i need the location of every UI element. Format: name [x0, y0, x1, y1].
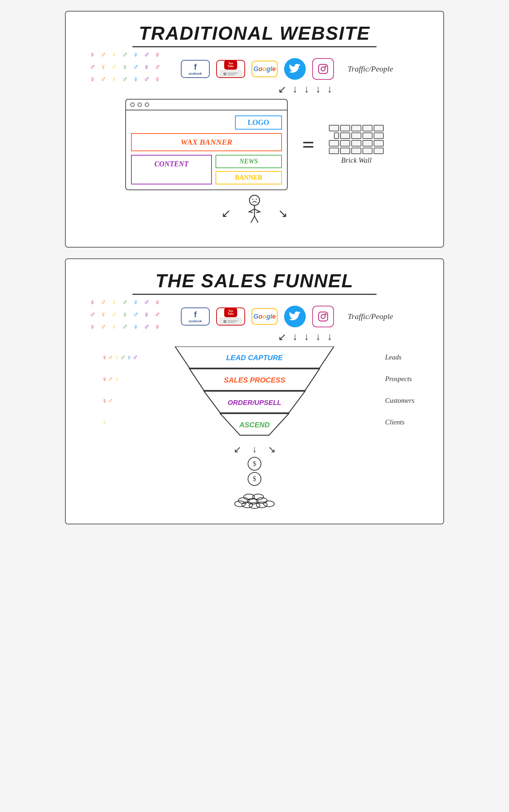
person-icon: ♂	[132, 354, 138, 361]
clients-text: Clients	[385, 418, 405, 426]
youtube-icon-2: YouTube	[216, 307, 245, 326]
brick	[334, 132, 339, 139]
browser-dot	[145, 102, 149, 107]
brick	[362, 140, 373, 147]
person-icon: ♂	[120, 75, 130, 87]
person-icon: ♂	[98, 298, 108, 310]
brick	[340, 125, 350, 131]
clients-label: Clients	[385, 411, 414, 433]
svg-rect-9	[319, 312, 328, 321]
brick	[351, 132, 361, 139]
svg-point-2	[325, 66, 326, 67]
news-box: NEWS	[216, 155, 282, 168]
brick	[329, 125, 339, 131]
person-icon: ♀	[102, 375, 107, 383]
brick	[374, 140, 384, 147]
funnel-right-labels: Leads Prospects Customers Clients	[385, 346, 414, 433]
traffic-row-2: ♀ ♂ ♀ ♂ ♀ ♂ ♀ ♂ ♀ ♂ ♀ ♂ ♀ ♂ ♀ ♂ ♀ ♂ ♀ ♂ …	[80, 306, 429, 327]
person-icon: ♀	[102, 354, 107, 361]
traditional-website-section: TRADITIONAL WEBSITE ♀ ♂ ♀ ♂ ♀ ♂ ♀ ♂ ♀ ♂ …	[65, 11, 444, 248]
svg-point-22	[249, 503, 260, 508]
brick-wall	[329, 125, 384, 154]
social-icons-row-2: f acebook YouTube	[181, 306, 393, 327]
brick	[374, 125, 384, 131]
facebook-icon: f acebook	[181, 60, 210, 78]
svg-point-10	[321, 314, 325, 318]
social-icons-row-1: f acebook YouTube	[181, 58, 393, 80]
funnel-svg: LEAD CAPTURE SALES PROCESS ORDER/UPSELL …	[164, 346, 345, 440]
person-icon: ♀	[152, 51, 162, 62]
brick	[362, 125, 373, 131]
svg-point-20	[235, 501, 245, 507]
brick-wall-label: Brick Wall	[341, 156, 371, 165]
section1-title: TRADITIONAL WEBSITE	[80, 22, 429, 44]
funnel-left-people: ♀ ♂ ♀ ♂ ♀ ♂ ♀ ♂ ♀ ♀ ♂ ♀	[102, 346, 138, 433]
wax-banner-box: WAX BANNER	[131, 133, 282, 151]
svg-rect-0	[319, 65, 328, 74]
person-icon: ♀	[98, 311, 108, 322]
browser-dot	[138, 102, 142, 107]
arrow-down: ↓	[293, 83, 298, 95]
person-icon: ♀	[102, 397, 107, 404]
person-icon: ♀	[152, 323, 162, 335]
brick	[329, 140, 339, 147]
arrow-down-right: ↘	[268, 444, 276, 455]
svg-point-24	[264, 501, 274, 507]
content-box: CONTENT	[131, 155, 212, 184]
person-icon: ♂	[108, 397, 113, 404]
person-icon: ♂	[131, 311, 141, 322]
money-arrows: ↙ ↓ ↘	[234, 444, 276, 455]
arrows-row-1: ↙ ↓ ↓ ↓ ↓	[181, 83, 429, 95]
instagram-icon	[312, 58, 334, 80]
person-icon: ♂	[120, 298, 130, 310]
brick-container: Brick Wall	[329, 125, 384, 165]
arrow-down: ↓	[304, 331, 309, 343]
brick	[351, 140, 361, 147]
banner-box: BANNER	[216, 171, 282, 184]
browser-content: LOGO WAX BANNER CONTENT NEWS BA	[126, 110, 287, 189]
person-icon: ♀	[131, 323, 141, 335]
svg-line-8	[255, 216, 258, 223]
person-icon: ♀	[102, 419, 107, 426]
person-icon: ♀	[131, 75, 141, 87]
svg-text:ASCEND: ASCEND	[239, 421, 270, 429]
person-icon: ♀	[109, 323, 119, 335]
arrow-down: ↓	[316, 83, 321, 95]
person-icon: ♀	[142, 311, 152, 322]
leads-label: Leads	[385, 346, 414, 368]
leads-people: ♀ ♂ ♀ ♂ ♀ ♂	[102, 346, 138, 368]
person-icon: ♂	[120, 323, 130, 335]
person-icon: ♂	[131, 63, 141, 75]
person-icon: ♀	[98, 63, 108, 75]
money-circles: $ $	[248, 457, 261, 486]
sad-person-row: ↙ ↘	[80, 194, 429, 232]
person-icon: ♀	[131, 298, 141, 310]
arrow-down-left: ↙	[234, 444, 242, 455]
banner-label: BANNER	[235, 174, 262, 181]
person-icon: ♀	[114, 375, 119, 383]
person-icon: ♂	[142, 75, 152, 87]
prospects-text: Prospects	[385, 375, 412, 383]
brick	[340, 140, 350, 147]
money-section: ↙ ↓ ↘ $ $	[80, 444, 429, 509]
person-icon: ♂	[108, 375, 113, 383]
brick	[329, 148, 339, 154]
person-icon: ♂	[142, 51, 152, 62]
svg-point-5	[256, 199, 257, 200]
svg-point-11	[325, 314, 326, 315]
people-group-2: ♀ ♂ ♀ ♂ ♀ ♂ ♀ ♂ ♀ ♂ ♀ ♂ ♀ ♂ ♀ ♂ ♀ ♂ ♀ ♂ …	[87, 298, 162, 335]
person-icon: ♀	[87, 51, 97, 62]
brick	[362, 148, 373, 154]
twitter-icon	[284, 58, 306, 80]
person-icon: ♀	[142, 63, 152, 75]
svg-point-4	[252, 199, 253, 200]
person-icon: ♂	[109, 311, 119, 322]
prospects-people: ♀ ♂ ♀	[102, 368, 138, 390]
person-icon: ♂	[98, 323, 108, 335]
arrows-row-2: ↙ ↓ ↓ ↓ ↓	[181, 331, 429, 343]
brick	[340, 132, 350, 139]
brick	[340, 148, 350, 154]
traffic-row-1: ♀ ♂ ♀ ♂ ♀ ♂ ♀ ♂ ♀ ♂ ♀ ♂ ♀ ♂ ♀ ♂ ♀ ♂ ♀ ♂ …	[80, 58, 429, 80]
svg-point-3	[249, 195, 260, 205]
person-icon: ♀	[152, 298, 162, 310]
